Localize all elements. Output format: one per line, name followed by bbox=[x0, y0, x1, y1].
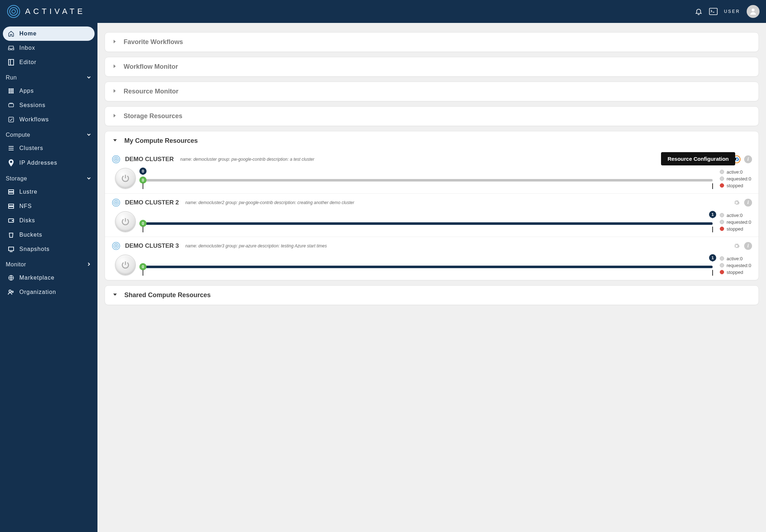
sidebar-group-storage[interactable]: Storage bbox=[3, 170, 95, 185]
sidebar-item-lustre[interactable]: Lustre bbox=[3, 185, 95, 199]
power-button[interactable] bbox=[115, 168, 136, 189]
resource-slider[interactable]: 0 0 bbox=[143, 168, 713, 189]
svg-rect-3 bbox=[709, 8, 717, 15]
info-icon[interactable]: i bbox=[744, 242, 752, 250]
resource-name: DEMO CLUSTER 2 bbox=[125, 199, 179, 206]
sidebar-item-ip-addresses[interactable]: IP Addresses bbox=[3, 155, 95, 170]
resource-actions: i bbox=[733, 242, 752, 250]
svg-point-37 bbox=[115, 202, 117, 203]
sidebar-item-disks[interactable]: Disks bbox=[3, 213, 95, 228]
sidebar-group-label: Run bbox=[6, 74, 17, 81]
panel-head[interactable]: Favorite Workflows bbox=[105, 33, 758, 52]
panel-head[interactable]: Workflow Monitor bbox=[105, 57, 758, 76]
panel-head[interactable]: Resource Monitor bbox=[105, 82, 758, 101]
sidebar-item-clusters[interactable]: Clusters bbox=[3, 141, 95, 155]
info-icon[interactable]: i bbox=[744, 199, 752, 207]
resource-legend: active:0 requested:0 stopped bbox=[720, 169, 752, 188]
slider-tick bbox=[143, 270, 143, 276]
main: Favorite Workflows Workflow Monitor Reso… bbox=[97, 23, 766, 532]
svg-point-2 bbox=[12, 10, 15, 13]
power-button[interactable] bbox=[115, 211, 136, 232]
legend-active: active:0 bbox=[720, 256, 752, 261]
sidebar-item-apps[interactable]: Apps bbox=[3, 84, 95, 98]
info-icon[interactable]: i bbox=[744, 155, 752, 163]
terminal-icon[interactable] bbox=[709, 8, 718, 15]
editor-icon bbox=[8, 59, 14, 66]
sidebar-group-label: Monitor bbox=[6, 261, 26, 268]
layout: HomeInboxEditorRunAppsSessionsWorkflowsC… bbox=[0, 23, 766, 532]
svg-rect-17 bbox=[9, 117, 14, 122]
bell-icon[interactable] bbox=[695, 8, 703, 15]
sessions-icon bbox=[8, 102, 14, 108]
sidebar-group-compute[interactable]: Compute bbox=[3, 127, 95, 141]
slider-tick bbox=[143, 227, 143, 232]
panel-head-shared[interactable]: Shared Compute Resources bbox=[105, 286, 758, 305]
avatar[interactable] bbox=[747, 5, 760, 18]
snapshot-icon bbox=[8, 246, 14, 252]
sidebar-item-nfs[interactable]: NFS bbox=[3, 199, 95, 213]
sidebar-group-monitor[interactable]: Monitor bbox=[3, 256, 95, 271]
sidebar-item-organization[interactable]: Organization bbox=[3, 285, 95, 299]
brand-swirl-icon bbox=[6, 4, 21, 19]
sidebar-item-label: Sessions bbox=[19, 102, 46, 108]
svg-rect-5 bbox=[9, 59, 14, 65]
chevron-icon bbox=[87, 262, 91, 267]
sidebar-item-marketplace[interactable]: Marketplace bbox=[3, 271, 95, 285]
sidebar-item-snapshots[interactable]: Snapshots bbox=[3, 242, 95, 256]
user-label: USER bbox=[724, 9, 740, 14]
svg-rect-12 bbox=[12, 90, 14, 92]
sidebar-group-run[interactable]: Run bbox=[3, 69, 95, 84]
drive-icon bbox=[8, 203, 14, 209]
resource-slider[interactable]: 1 0 bbox=[143, 211, 713, 232]
chevron-right-icon bbox=[112, 113, 117, 119]
sidebar-item-home[interactable]: Home bbox=[3, 26, 95, 41]
panel-title: Storage Resources bbox=[124, 112, 182, 120]
slider-marker-green: 0 bbox=[139, 176, 147, 184]
workflows-icon bbox=[8, 116, 14, 123]
svg-rect-14 bbox=[10, 92, 12, 93]
resource-actions: i bbox=[733, 199, 752, 207]
sidebar-item-editor[interactable]: Editor bbox=[3, 55, 95, 69]
panel-title: Shared Compute Resources bbox=[124, 291, 211, 299]
power-button[interactable] bbox=[115, 255, 136, 275]
sidebar-item-inbox[interactable]: Inbox bbox=[3, 41, 95, 55]
sidebar-item-workflows[interactable]: Workflows bbox=[3, 112, 95, 127]
panel-title: Workflow Monitor bbox=[124, 63, 178, 71]
gear-icon[interactable] bbox=[733, 199, 741, 207]
slider-marker-green: 0 bbox=[139, 220, 147, 227]
sidebar-item-sessions[interactable]: Sessions bbox=[3, 98, 95, 112]
resource-meta: name: democluster group: pw-google-contr… bbox=[180, 157, 314, 162]
resource-row: DEMO CLUSTER 2 name: democluster2 group:… bbox=[105, 193, 758, 237]
app-header: ACTIVATE USER bbox=[0, 0, 766, 23]
panel-title: Favorite Workflows bbox=[124, 38, 183, 46]
svg-rect-22 bbox=[9, 192, 14, 194]
sidebar-item-buckets[interactable]: Buckets bbox=[3, 228, 95, 242]
swirl-icon bbox=[111, 155, 121, 164]
svg-point-1 bbox=[10, 8, 18, 15]
chevron-icon bbox=[87, 176, 91, 182]
chevron-icon bbox=[87, 132, 91, 138]
panel-head[interactable]: Storage Resources bbox=[105, 107, 758, 126]
bucket-icon bbox=[8, 232, 14, 238]
clusters-icon bbox=[8, 146, 14, 151]
resource-slider[interactable]: 1 0 bbox=[143, 254, 713, 276]
svg-point-36 bbox=[114, 200, 119, 205]
resource-legend: active:0 requested:0 stopped bbox=[720, 255, 752, 275]
slider-marker-dark: 1 bbox=[709, 211, 716, 218]
globe-icon bbox=[8, 275, 14, 281]
svg-point-33 bbox=[114, 157, 119, 162]
brand: ACTIVATE bbox=[6, 4, 85, 19]
svg-point-38 bbox=[112, 242, 120, 250]
svg-rect-15 bbox=[12, 92, 14, 93]
legend-stopped: stopped bbox=[720, 226, 752, 232]
panel-head-my-compute[interactable]: My Compute Resources bbox=[105, 131, 758, 150]
gear-icon[interactable] bbox=[733, 242, 741, 250]
legend-active: active:0 bbox=[720, 213, 752, 218]
svg-rect-16 bbox=[9, 104, 14, 107]
svg-point-35 bbox=[112, 199, 120, 207]
slider-marker-dark: 1 bbox=[709, 254, 716, 261]
resource-body: 1 0 active:0 requested:0 stopped bbox=[111, 251, 752, 279]
legend-stopped: stopped bbox=[720, 183, 752, 188]
panel-title: My Compute Resources bbox=[124, 137, 198, 145]
svg-rect-8 bbox=[10, 88, 12, 90]
